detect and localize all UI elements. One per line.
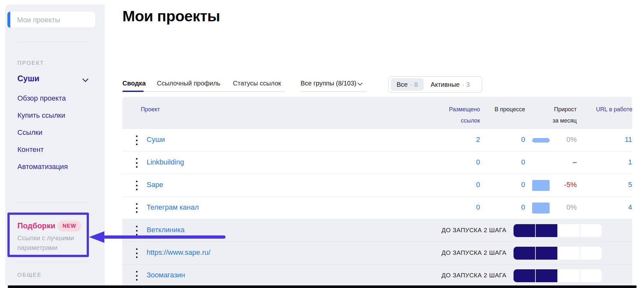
annotation-arrow: [104, 235, 226, 239]
sidebar-item-content[interactable]: Контент: [17, 145, 44, 154]
in-progress-value[interactable]: 0: [496, 158, 525, 166]
page-title: Мои проекты: [122, 7, 220, 25]
table-row: Телеграм канал 0 0 0% 4: [122, 197, 632, 219]
active-tab-indicator: [122, 91, 144, 92]
sidebar-section-general: ОБЩЕЕ: [17, 272, 42, 278]
table-row: https://www.sape.ru/ ДО ЗАПУСКА 2 ШАГА: [122, 242, 632, 264]
tab-link-profile[interactable]: Ссылочный профиль: [157, 80, 220, 87]
window-bottom-edge: [8, 285, 637, 288]
kebab-menu-icon[interactable]: [133, 157, 140, 168]
sidebar-divider: [17, 203, 88, 203]
filter-all-count: · 8: [410, 81, 418, 88]
in-progress-value[interactable]: 0: [496, 181, 525, 189]
col-header-urls-in-work[interactable]: URL в работе: [583, 104, 632, 115]
launch-progress-bar: [514, 247, 602, 260]
growth-value: 0%: [544, 135, 577, 144]
table-row: Sape 0 0 -5% 5: [122, 174, 632, 197]
urls-in-work-value[interactable]: 4: [600, 203, 632, 212]
launch-status-label: ДО ЗАПУСКА 2 ШАГА: [410, 249, 506, 256]
project-link[interactable]: Linkbuilding: [147, 158, 184, 166]
sidebar-divider: [17, 42, 88, 42]
project-selector-value: Мои проекты: [17, 16, 60, 24]
filter-all-button[interactable]: Все · 8: [391, 78, 424, 91]
project-filter-segmented-control: Все · 8 Активные · 3: [388, 76, 482, 93]
col-header-monthly-growth: Приростза месяц: [532, 104, 577, 126]
tab-summary[interactable]: Сводка: [122, 80, 146, 87]
filter-active-button[interactable]: Активные · 3: [425, 78, 476, 91]
placed-links-value[interactable]: 0: [451, 203, 480, 212]
tabs-underline: [122, 91, 284, 92]
growth-value: -5%: [544, 181, 577, 189]
project-link[interactable]: Sape: [147, 181, 163, 189]
growth-value: 0%: [544, 203, 577, 212]
launch-status-label: ДО ЗАПУСКА 2 ШАГА: [410, 227, 506, 234]
placed-links-value[interactable]: 0: [451, 158, 480, 166]
sidebar-divider: [17, 262, 88, 263]
launch-progress-bar: [514, 269, 602, 282]
table-header: Проект Размещеноссылок В процессе Прирос…: [122, 97, 632, 129]
placed-links-value[interactable]: 2: [451, 135, 480, 144]
launch-progress-bar: [514, 224, 602, 237]
kebab-menu-icon[interactable]: [133, 270, 140, 281]
sidebar-section-project: ПРОЕКТ: [17, 60, 44, 66]
current-project-label[interactable]: Суши: [17, 74, 39, 83]
growth-value: –: [544, 158, 577, 166]
groups-dropdown-underline: [301, 91, 367, 92]
kebab-menu-icon[interactable]: [133, 203, 140, 214]
sidebar-item-buy-links[interactable]: Купить ссылки: [17, 111, 65, 120]
chevron-down-icon[interactable]: [358, 81, 363, 86]
groups-dropdown[interactable]: Все группы (8/103): [301, 80, 356, 87]
project-selector[interactable]: Мои проекты: [7, 12, 95, 28]
urls-in-work-value[interactable]: 1: [600, 158, 632, 166]
launch-status-label: ДО ЗАПУСКА 2 ШАГА: [410, 272, 506, 279]
filter-active-count: · 3: [462, 81, 470, 88]
urls-in-work-value[interactable]: 11: [600, 135, 632, 144]
selected-accent-bar: [7, 12, 10, 28]
kebab-menu-icon[interactable]: [133, 135, 140, 146]
placed-links-value[interactable]: 0: [451, 181, 480, 189]
annotation-highlight-box: [7, 213, 89, 257]
urls-in-work-value[interactable]: 5: [600, 181, 632, 189]
tab-link-statuses[interactable]: Статусы ссылок: [233, 80, 281, 87]
sidebar-item-automation[interactable]: Автоматизация: [17, 163, 68, 171]
project-link[interactable]: https://www.sape.ru/: [147, 248, 210, 257]
table-row: Суши 2 0 0% 11: [122, 129, 632, 152]
annotation-arrow-head-icon: [89, 231, 104, 243]
table-row: Linkbuilding 0 0 – 1: [122, 152, 632, 174]
kebab-menu-icon[interactable]: [133, 248, 140, 259]
project-link[interactable]: Суши: [147, 135, 165, 144]
in-progress-value[interactable]: 0: [496, 203, 525, 212]
in-progress-value[interactable]: 0: [496, 135, 525, 144]
table-row: Зоомагазин ДО ЗАПУСКА 2 ШАГА: [122, 264, 632, 287]
project-link[interactable]: Ветклиника: [147, 226, 185, 234]
kebab-menu-icon[interactable]: [133, 225, 140, 236]
project-link[interactable]: Зоомагазин: [147, 271, 185, 279]
filter-active-label: Активные: [431, 81, 460, 88]
col-header-in-progress: В процессе: [483, 104, 525, 115]
col-header-placed-links[interactable]: Размещеноссылок: [432, 104, 480, 126]
filter-all-label: Все: [397, 81, 408, 88]
col-header-project[interactable]: Проект: [141, 104, 160, 115]
kebab-menu-icon[interactable]: [133, 180, 140, 191]
project-link[interactable]: Телеграм канал: [147, 203, 199, 212]
sidebar-item-links[interactable]: Ссылки: [17, 128, 42, 137]
sidebar-item-project-overview[interactable]: Обзор проекта: [17, 94, 66, 103]
